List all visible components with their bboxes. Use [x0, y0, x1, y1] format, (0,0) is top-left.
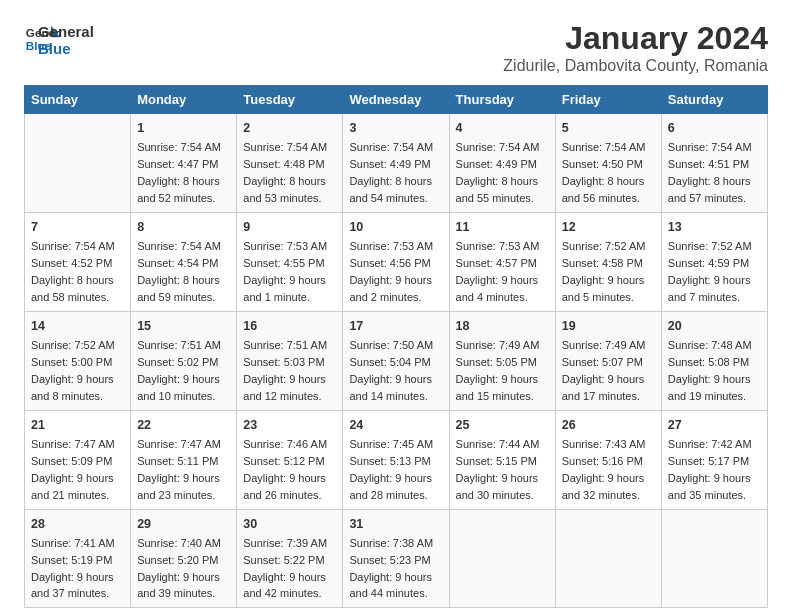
daylight-text: and 35 minutes.: [668, 489, 746, 501]
daylight-text: and 32 minutes.: [562, 489, 640, 501]
calendar-cell: 25Sunrise: 7:44 AMSunset: 5:15 PMDayligh…: [449, 410, 555, 509]
daylight-text: Daylight: 9 hours: [456, 274, 539, 286]
calendar-cell: 19Sunrise: 7:49 AMSunset: 5:07 PMDayligh…: [555, 311, 661, 410]
calendar-cell: 24Sunrise: 7:45 AMSunset: 5:13 PMDayligh…: [343, 410, 449, 509]
calendar-body: 1Sunrise: 7:54 AMSunset: 4:47 PMDaylight…: [25, 114, 768, 608]
daylight-text: and 42 minutes.: [243, 587, 321, 599]
daylight-text: Daylight: 8 hours: [456, 175, 539, 187]
daylight-text: Daylight: 9 hours: [31, 472, 114, 484]
day-number: 30: [243, 515, 336, 533]
day-number: 21: [31, 416, 124, 434]
daylight-text: and 58 minutes.: [31, 291, 109, 303]
calendar-cell: 31Sunrise: 7:38 AMSunset: 5:23 PMDayligh…: [343, 509, 449, 608]
daylight-text: and 55 minutes.: [456, 192, 534, 204]
sunset-text: Sunset: 5:09 PM: [31, 455, 112, 467]
sunrise-text: Sunrise: 7:54 AM: [243, 141, 327, 153]
daylight-text: Daylight: 9 hours: [243, 274, 326, 286]
day-header-wednesday: Wednesday: [343, 86, 449, 114]
daylight-text: and 19 minutes.: [668, 390, 746, 402]
calendar-cell: [661, 509, 767, 608]
sunset-text: Sunset: 5:12 PM: [243, 455, 324, 467]
title-block: January 2024 Zidurile, Dambovita County,…: [503, 20, 768, 75]
calendar-cell: 21Sunrise: 7:47 AMSunset: 5:09 PMDayligh…: [25, 410, 131, 509]
calendar-cell: 29Sunrise: 7:40 AMSunset: 5:20 PMDayligh…: [131, 509, 237, 608]
logo-general: General: [38, 24, 94, 41]
day-number: 27: [668, 416, 761, 434]
day-header-friday: Friday: [555, 86, 661, 114]
sunrise-text: Sunrise: 7:54 AM: [668, 141, 752, 153]
logo: General Blue General Blue: [24, 20, 94, 57]
sunrise-text: Sunrise: 7:54 AM: [349, 141, 433, 153]
sunset-text: Sunset: 5:11 PM: [137, 455, 218, 467]
day-number: 22: [137, 416, 230, 434]
daylight-text: and 8 minutes.: [31, 390, 103, 402]
sunset-text: Sunset: 4:57 PM: [456, 257, 537, 269]
sunset-text: Sunset: 4:51 PM: [668, 158, 749, 170]
sunrise-text: Sunrise: 7:48 AM: [668, 339, 752, 351]
page-header: General Blue General Blue January 2024 Z…: [24, 20, 768, 75]
daylight-text: and 7 minutes.: [668, 291, 740, 303]
sunrise-text: Sunrise: 7:53 AM: [456, 240, 540, 252]
sunset-text: Sunset: 5:00 PM: [31, 356, 112, 368]
daylight-text: Daylight: 8 hours: [31, 274, 114, 286]
calendar-cell: 2Sunrise: 7:54 AMSunset: 4:48 PMDaylight…: [237, 114, 343, 213]
daylight-text: Daylight: 9 hours: [137, 472, 220, 484]
sunset-text: Sunset: 5:03 PM: [243, 356, 324, 368]
day-header-thursday: Thursday: [449, 86, 555, 114]
sunrise-text: Sunrise: 7:51 AM: [243, 339, 327, 351]
calendar-header-row: SundayMondayTuesdayWednesdayThursdayFrid…: [25, 86, 768, 114]
sunset-text: Sunset: 5:08 PM: [668, 356, 749, 368]
daylight-text: and 26 minutes.: [243, 489, 321, 501]
calendar-cell: 7Sunrise: 7:54 AMSunset: 4:52 PMDaylight…: [25, 212, 131, 311]
daylight-text: Daylight: 9 hours: [562, 472, 645, 484]
sunset-text: Sunset: 5:02 PM: [137, 356, 218, 368]
sunrise-text: Sunrise: 7:54 AM: [137, 240, 221, 252]
sunset-text: Sunset: 4:56 PM: [349, 257, 430, 269]
calendar-cell: 6Sunrise: 7:54 AMSunset: 4:51 PMDaylight…: [661, 114, 767, 213]
day-number: 10: [349, 218, 442, 236]
calendar-cell: 18Sunrise: 7:49 AMSunset: 5:05 PMDayligh…: [449, 311, 555, 410]
sunset-text: Sunset: 5:20 PM: [137, 554, 218, 566]
daylight-text: Daylight: 8 hours: [137, 175, 220, 187]
daylight-text: Daylight: 8 hours: [243, 175, 326, 187]
sunrise-text: Sunrise: 7:45 AM: [349, 438, 433, 450]
day-number: 9: [243, 218, 336, 236]
sunset-text: Sunset: 4:59 PM: [668, 257, 749, 269]
sunrise-text: Sunrise: 7:54 AM: [562, 141, 646, 153]
sunrise-text: Sunrise: 7:47 AM: [137, 438, 221, 450]
daylight-text: and 12 minutes.: [243, 390, 321, 402]
day-number: 14: [31, 317, 124, 335]
calendar-cell: 13Sunrise: 7:52 AMSunset: 4:59 PMDayligh…: [661, 212, 767, 311]
daylight-text: and 15 minutes.: [456, 390, 534, 402]
daylight-text: Daylight: 9 hours: [31, 571, 114, 583]
day-number: 16: [243, 317, 336, 335]
calendar-cell: [555, 509, 661, 608]
calendar-cell: 23Sunrise: 7:46 AMSunset: 5:12 PMDayligh…: [237, 410, 343, 509]
daylight-text: and 2 minutes.: [349, 291, 421, 303]
daylight-text: and 53 minutes.: [243, 192, 321, 204]
daylight-text: Daylight: 9 hours: [456, 373, 539, 385]
calendar-cell: 22Sunrise: 7:47 AMSunset: 5:11 PMDayligh…: [131, 410, 237, 509]
sunrise-text: Sunrise: 7:40 AM: [137, 537, 221, 549]
calendar-week-2: 7Sunrise: 7:54 AMSunset: 4:52 PMDaylight…: [25, 212, 768, 311]
sunrise-text: Sunrise: 7:52 AM: [562, 240, 646, 252]
subtitle: Zidurile, Dambovita County, Romania: [503, 57, 768, 75]
sunrise-text: Sunrise: 7:54 AM: [456, 141, 540, 153]
daylight-text: and 59 minutes.: [137, 291, 215, 303]
sunrise-text: Sunrise: 7:39 AM: [243, 537, 327, 549]
sunrise-text: Sunrise: 7:54 AM: [31, 240, 115, 252]
daylight-text: and 56 minutes.: [562, 192, 640, 204]
daylight-text: Daylight: 8 hours: [562, 175, 645, 187]
daylight-text: and 44 minutes.: [349, 587, 427, 599]
daylight-text: and 21 minutes.: [31, 489, 109, 501]
sunset-text: Sunset: 5:04 PM: [349, 356, 430, 368]
day-number: 31: [349, 515, 442, 533]
calendar-table: SundayMondayTuesdayWednesdayThursdayFrid…: [24, 85, 768, 608]
sunset-text: Sunset: 4:54 PM: [137, 257, 218, 269]
day-number: 7: [31, 218, 124, 236]
calendar-cell: 14Sunrise: 7:52 AMSunset: 5:00 PMDayligh…: [25, 311, 131, 410]
day-header-monday: Monday: [131, 86, 237, 114]
calendar-cell: 1Sunrise: 7:54 AMSunset: 4:47 PMDaylight…: [131, 114, 237, 213]
daylight-text: and 54 minutes.: [349, 192, 427, 204]
calendar-cell: 10Sunrise: 7:53 AMSunset: 4:56 PMDayligh…: [343, 212, 449, 311]
